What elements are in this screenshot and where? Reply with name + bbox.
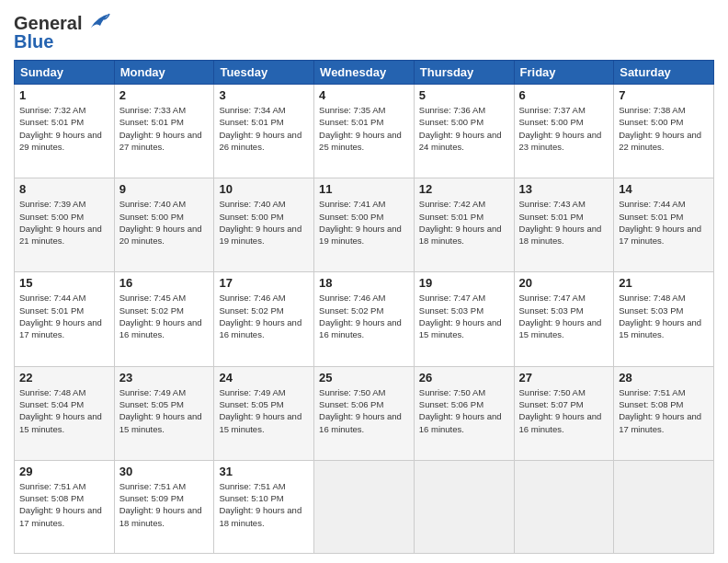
- day-info: Sunrise: 7:41 AM Sunset: 5:00 PM Dayligh…: [319, 198, 409, 247]
- day-info: Sunrise: 7:50 AM Sunset: 5:07 PM Dayligh…: [519, 386, 609, 435]
- day-info: Sunrise: 7:46 AM Sunset: 5:02 PM Dayligh…: [319, 292, 409, 340]
- day-number: 4: [319, 88, 409, 102]
- day-number: 28: [619, 371, 709, 385]
- day-info: Sunrise: 7:48 AM Sunset: 5:03 PM Dayligh…: [619, 292, 709, 340]
- day-info: Sunrise: 7:49 AM Sunset: 5:05 PM Dayligh…: [119, 386, 210, 435]
- calendar-cell: 6 Sunrise: 7:37 AM Sunset: 5:00 PM Dayli…: [514, 85, 614, 178]
- day-info: Sunrise: 7:44 AM Sunset: 5:01 PM Dayligh…: [19, 292, 109, 340]
- day-info: Sunrise: 7:50 AM Sunset: 5:06 PM Dayligh…: [419, 386, 509, 435]
- calendar-cell: 13 Sunrise: 7:43 AM Sunset: 5:01 PM Dayl…: [514, 178, 614, 272]
- day-number: 30: [119, 465, 210, 478]
- calendar-cell: 14 Sunrise: 7:44 AM Sunset: 5:01 PM Dayl…: [614, 178, 714, 272]
- day-number: 16: [119, 276, 210, 290]
- calendar-cell: 9 Sunrise: 7:40 AM Sunset: 5:00 PM Dayli…: [114, 178, 214, 272]
- header: General Blue: [14, 9, 714, 52]
- day-info: Sunrise: 7:47 AM Sunset: 5:03 PM Dayligh…: [519, 292, 609, 340]
- calendar-cell: 5 Sunrise: 7:36 AM Sunset: 5:00 PM Dayli…: [414, 85, 514, 178]
- day-info: Sunrise: 7:44 AM Sunset: 5:01 PM Dayligh…: [619, 198, 709, 247]
- day-info: Sunrise: 7:42 AM Sunset: 5:01 PM Dayligh…: [419, 198, 509, 247]
- day-info: Sunrise: 7:38 AM Sunset: 5:00 PM Dayligh…: [619, 104, 709, 153]
- calendar-cell: [414, 460, 514, 553]
- day-number: 14: [619, 182, 709, 196]
- day-info: Sunrise: 7:39 AM Sunset: 5:00 PM Dayligh…: [19, 198, 109, 247]
- day-number: 3: [219, 88, 309, 102]
- day-number: 2: [119, 88, 210, 102]
- logo-bird-icon: [84, 9, 111, 37]
- calendar-cell: 25 Sunrise: 7:50 AM Sunset: 5:06 PM Dayl…: [314, 366, 415, 460]
- day-info: Sunrise: 7:50 AM Sunset: 5:06 PM Dayligh…: [319, 386, 409, 435]
- day-info: Sunrise: 7:51 AM Sunset: 5:10 PM Dayligh…: [219, 480, 309, 529]
- day-number: 1: [19, 88, 109, 102]
- calendar-cell: 8 Sunrise: 7:39 AM Sunset: 5:00 PM Dayli…: [15, 178, 115, 272]
- calendar-cell: 20 Sunrise: 7:47 AM Sunset: 5:03 PM Dayl…: [514, 272, 614, 366]
- calendar-cell: 29 Sunrise: 7:51 AM Sunset: 5:08 PM Dayl…: [15, 460, 115, 553]
- col-saturday: Saturday: [614, 61, 714, 85]
- calendar-cell: [314, 460, 415, 553]
- calendar-cell: 4 Sunrise: 7:35 AM Sunset: 5:01 PM Dayli…: [314, 85, 415, 178]
- day-info: Sunrise: 7:35 AM Sunset: 5:01 PM Dayligh…: [319, 104, 409, 153]
- col-tuesday: Tuesday: [214, 61, 314, 85]
- day-info: Sunrise: 7:37 AM Sunset: 5:00 PM Dayligh…: [519, 104, 609, 153]
- calendar-table: Sunday Monday Tuesday Wednesday Thursday…: [14, 60, 714, 554]
- day-number: 6: [519, 88, 609, 102]
- day-number: 7: [619, 88, 709, 102]
- day-number: 26: [419, 371, 509, 385]
- day-number: 29: [19, 465, 109, 478]
- calendar-cell: 17 Sunrise: 7:46 AM Sunset: 5:02 PM Dayl…: [214, 272, 314, 366]
- day-number: 27: [519, 371, 609, 385]
- calendar-cell: 2 Sunrise: 7:33 AM Sunset: 5:01 PM Dayli…: [114, 85, 214, 178]
- day-number: 12: [419, 182, 509, 196]
- day-number: 21: [619, 276, 709, 290]
- day-number: 5: [419, 88, 509, 102]
- calendar-cell: 18 Sunrise: 7:46 AM Sunset: 5:02 PM Dayl…: [314, 272, 415, 366]
- calendar-cell: 27 Sunrise: 7:50 AM Sunset: 5:07 PM Dayl…: [514, 366, 614, 460]
- calendar-cell: 15 Sunrise: 7:44 AM Sunset: 5:01 PM Dayl…: [15, 272, 115, 366]
- day-info: Sunrise: 7:34 AM Sunset: 5:01 PM Dayligh…: [219, 104, 309, 153]
- day-info: Sunrise: 7:51 AM Sunset: 5:08 PM Dayligh…: [19, 480, 109, 529]
- calendar-cell: 16 Sunrise: 7:45 AM Sunset: 5:02 PM Dayl…: [114, 272, 214, 366]
- day-info: Sunrise: 7:51 AM Sunset: 5:09 PM Dayligh…: [119, 480, 210, 529]
- calendar-cell: 11 Sunrise: 7:41 AM Sunset: 5:00 PM Dayl…: [314, 178, 415, 272]
- calendar-cell: 31 Sunrise: 7:51 AM Sunset: 5:10 PM Dayl…: [214, 460, 314, 553]
- day-number: 17: [219, 276, 309, 290]
- day-number: 31: [219, 465, 309, 478]
- col-monday: Monday: [114, 61, 214, 85]
- day-number: 9: [119, 182, 210, 196]
- day-number: 18: [319, 276, 409, 290]
- header-row: Sunday Monday Tuesday Wednesday Thursday…: [15, 61, 714, 85]
- day-number: 22: [19, 371, 109, 385]
- day-info: Sunrise: 7:51 AM Sunset: 5:08 PM Dayligh…: [619, 386, 709, 435]
- day-info: Sunrise: 7:48 AM Sunset: 5:04 PM Dayligh…: [19, 386, 109, 435]
- day-info: Sunrise: 7:36 AM Sunset: 5:00 PM Dayligh…: [419, 104, 509, 153]
- day-number: 11: [319, 182, 409, 196]
- day-info: Sunrise: 7:47 AM Sunset: 5:03 PM Dayligh…: [419, 292, 509, 340]
- day-number: 20: [519, 276, 609, 290]
- calendar-cell: [514, 460, 614, 553]
- day-number: 8: [19, 182, 109, 196]
- calendar-cell: 30 Sunrise: 7:51 AM Sunset: 5:09 PM Dayl…: [114, 460, 214, 553]
- day-info: Sunrise: 7:45 AM Sunset: 5:02 PM Dayligh…: [119, 292, 210, 340]
- logo: General Blue: [14, 9, 111, 52]
- calendar-cell: 10 Sunrise: 7:40 AM Sunset: 5:00 PM Dayl…: [214, 178, 314, 272]
- day-info: Sunrise: 7:46 AM Sunset: 5:02 PM Dayligh…: [219, 292, 309, 340]
- calendar-cell: 28 Sunrise: 7:51 AM Sunset: 5:08 PM Dayl…: [614, 366, 714, 460]
- day-number: 10: [219, 182, 309, 196]
- col-thursday: Thursday: [414, 61, 514, 85]
- calendar-cell: 22 Sunrise: 7:48 AM Sunset: 5:04 PM Dayl…: [15, 366, 115, 460]
- day-number: 24: [219, 371, 309, 385]
- day-info: Sunrise: 7:43 AM Sunset: 5:01 PM Dayligh…: [519, 198, 609, 247]
- day-info: Sunrise: 7:33 AM Sunset: 5:01 PM Dayligh…: [119, 104, 210, 153]
- calendar-cell: 23 Sunrise: 7:49 AM Sunset: 5:05 PM Dayl…: [114, 366, 214, 460]
- calendar-cell: 26 Sunrise: 7:50 AM Sunset: 5:06 PM Dayl…: [414, 366, 514, 460]
- calendar-cell: 3 Sunrise: 7:34 AM Sunset: 5:01 PM Dayli…: [214, 85, 314, 178]
- calendar-cell: 1 Sunrise: 7:32 AM Sunset: 5:01 PM Dayli…: [15, 85, 115, 178]
- calendar-cell: 24 Sunrise: 7:49 AM Sunset: 5:05 PM Dayl…: [214, 366, 314, 460]
- day-info: Sunrise: 7:49 AM Sunset: 5:05 PM Dayligh…: [219, 386, 309, 435]
- col-wednesday: Wednesday: [314, 61, 415, 85]
- col-sunday: Sunday: [15, 61, 115, 85]
- day-number: 25: [319, 371, 409, 385]
- day-number: 13: [519, 182, 609, 196]
- col-friday: Friday: [514, 61, 614, 85]
- calendar-cell: 7 Sunrise: 7:38 AM Sunset: 5:00 PM Dayli…: [614, 85, 714, 178]
- main-container: General Blue Sunday Monday Tuesday Wedne…: [0, 0, 728, 563]
